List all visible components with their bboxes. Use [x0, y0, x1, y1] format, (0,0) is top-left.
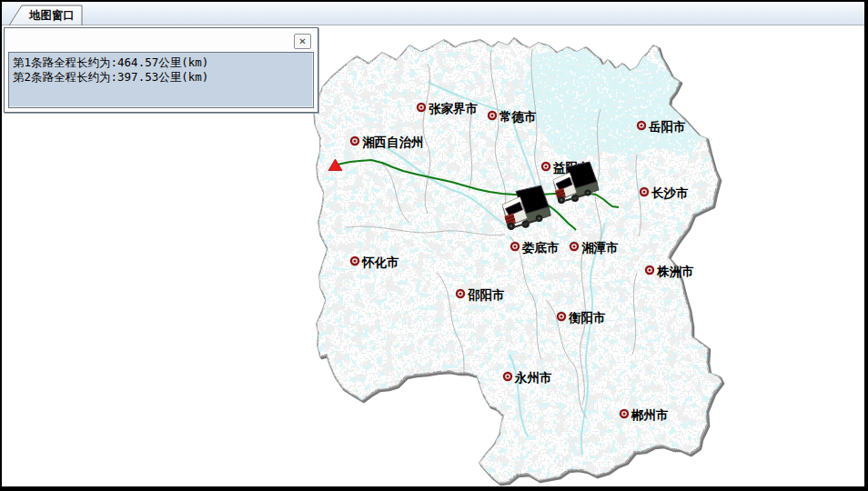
city-dot-center — [642, 190, 645, 193]
city-label: 邵阳市 — [467, 288, 505, 302]
city-dot-center — [419, 105, 422, 108]
city-dot-center — [544, 165, 547, 167]
city-dot-center — [353, 259, 356, 262]
city-label: 湘潭市 — [581, 241, 619, 255]
map-window-frame: 地图窗口 — [0, 0, 868, 491]
city-dot-center — [459, 292, 461, 295]
tab-map-window[interactable]: 地图窗口 — [9, 5, 82, 25]
city-dot-center — [572, 245, 575, 247]
city-label: 永州市 — [514, 370, 552, 385]
tab-bar — [2, 2, 864, 25]
city-湘西自治州[interactable]: 湘西自治州 — [351, 135, 424, 149]
city-label: 株洲市 — [656, 265, 694, 278]
city-label: 娄底市 — [521, 241, 560, 255]
close-icon[interactable]: ✕ — [294, 34, 311, 49]
city-label: 长沙市 — [651, 186, 689, 200]
city-label: 怀化市 — [361, 256, 399, 269]
route-2-length-text: 第2条路全程长约为:397.53公里(km) — [13, 70, 309, 85]
route-info-box: 第1条路全程长约为:464.57公里(km) 第2条路全程长约为:397.53公… — [8, 52, 314, 108]
tab-label: 地图窗口 — [28, 9, 75, 22]
city-dot-center — [353, 139, 356, 142]
city-dot-center — [506, 375, 509, 377]
city-dot-center — [513, 245, 516, 247]
city-label: 岳阳市 — [648, 120, 686, 134]
city-dot-center — [648, 268, 651, 271]
route-1-length-text: 第1条路全程长约为:464.57公里(km) — [13, 55, 309, 70]
city-dot-center — [622, 412, 625, 415]
city-dot-center — [560, 315, 562, 317]
city-label: 湘西自治州 — [362, 135, 424, 149]
city-label: 郴州市 — [631, 408, 669, 422]
city-label: 张家界市 — [429, 102, 479, 115]
city-label: 衡阳市 — [568, 311, 606, 325]
route-info-panel: ✕ 第1条路全程长约为:464.57公里(km) 第2条路全程长约为:397.5… — [4, 27, 318, 113]
city-dot-center — [640, 124, 642, 126]
city-label: 常德市 — [499, 110, 537, 124]
city-dot-center — [490, 114, 493, 116]
